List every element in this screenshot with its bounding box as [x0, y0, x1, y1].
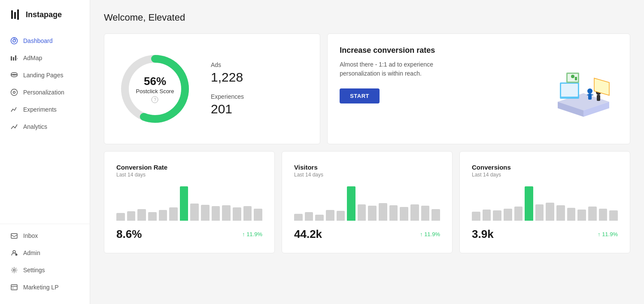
svg-rect-17 [11, 234, 17, 238]
bar [326, 210, 334, 221]
conversion-title: Increase conversion rates [340, 46, 515, 55]
ads-value: 1,228 [211, 70, 244, 85]
sidebar: Instapage Dashboard [0, 0, 90, 304]
bar [190, 204, 199, 221]
experiments-icon [10, 106, 18, 113]
analytics-icon [10, 123, 18, 131]
bar [305, 212, 313, 221]
sidebar-item-inbox[interactable]: Inbox [0, 228, 90, 244]
metric-card-conversions: Conversions Last 14 days 3.9k ↑ 11.9% [459, 151, 630, 253]
metric-card-visitors: Visitors Last 14 days 44.2k ↑ 11.9% [282, 151, 453, 253]
settings-icon [10, 266, 18, 274]
bar [212, 206, 220, 221]
postclick-score-card: 56% Postclick Score ? Ads 1,228 Experien… [104, 33, 320, 144]
sidebar-item-label: Landing Pages [23, 72, 63, 79]
sidebar-item-personalization[interactable]: Personalization [0, 84, 90, 100]
svg-rect-33 [587, 94, 589, 95]
bar [243, 206, 252, 221]
info-icon[interactable]: ? [152, 96, 158, 103]
bar [546, 203, 554, 221]
svg-rect-2 [17, 9, 19, 20]
sidebar-item-label: Experiments [23, 106, 57, 113]
metric-bars-1 [294, 186, 440, 221]
marketing-lp-icon [10, 283, 18, 291]
bar [116, 213, 125, 221]
conversion-rate-card: Increase conversion rates Almost there -… [327, 33, 630, 144]
svg-rect-23 [12, 287, 14, 289]
svg-rect-7 [11, 56, 12, 61]
metric-footer: 3.9k ↑ 11.9% [472, 228, 618, 241]
sidebar-item-label: Personalization [23, 89, 64, 96]
bar [337, 211, 345, 221]
sidebar-item-analytics[interactable]: Analytics [0, 119, 90, 135]
svg-rect-21 [11, 285, 17, 290]
sidebar-item-label: Dashboard [23, 37, 53, 44]
metric-value: 3.9k [472, 228, 494, 241]
dashboard-icon [10, 37, 18, 45]
metric-subtitle: Last 14 days [472, 172, 618, 178]
bar [577, 210, 586, 221]
top-grid: 56% Postclick Score ? Ads 1,228 Experien… [104, 33, 630, 144]
svg-rect-34 [591, 94, 593, 95]
svg-rect-36 [597, 95, 600, 101]
bar [201, 205, 210, 221]
bar [148, 212, 157, 221]
sidebar-item-experiments[interactable]: Experiments [0, 101, 90, 118]
bar [400, 207, 408, 221]
metric-card-conversion-rate: Conversion Rate Last 14 days 8.6% ↑ 11.9… [104, 151, 275, 253]
metric-change: ↑ 11.9% [242, 231, 262, 237]
svg-rect-10 [17, 58, 18, 59]
sidebar-bottom: Inbox Admin Settings [0, 224, 90, 304]
bar [410, 204, 419, 221]
bar [294, 214, 303, 221]
conversion-content: Increase conversion rates Almost there -… [340, 46, 515, 103]
bar [504, 209, 512, 221]
bar [169, 207, 178, 221]
logo-icon [10, 9, 22, 21]
svg-point-12 [11, 74, 17, 77]
bar [472, 212, 480, 221]
metric-subtitle: Last 14 days [116, 172, 262, 178]
metric-title: Visitors [294, 164, 440, 171]
donut-label: Postclick Score [136, 88, 174, 94]
admap-icon [10, 54, 18, 62]
svg-rect-9 [15, 55, 16, 61]
bar [368, 206, 377, 221]
start-button[interactable]: START [340, 88, 380, 103]
sidebar-item-label: Inbox [23, 232, 38, 239]
bar [483, 210, 491, 221]
metric-subtitle: Last 14 days [294, 172, 440, 178]
bar [431, 209, 440, 221]
svg-rect-8 [13, 57, 14, 61]
sidebar-item-label: Settings [23, 267, 45, 274]
sidebar-item-dashboard[interactable]: Dashboard [0, 33, 90, 49]
sidebar-item-label: Analytics [23, 123, 47, 130]
svg-point-20 [13, 269, 15, 271]
score-stats: Ads 1,228 Experiences 201 [211, 61, 244, 116]
bar [315, 215, 324, 221]
bar [379, 203, 387, 221]
bar [493, 210, 501, 221]
sidebar-item-admap[interactable]: AdMap [0, 50, 90, 66]
logo: Instapage [0, 0, 90, 29]
metric-title: Conversions [472, 164, 618, 171]
svg-rect-30 [561, 84, 578, 97]
experiences-label: Experiences [211, 93, 244, 100]
logo-text: Instapage [26, 10, 62, 19]
bar [609, 210, 618, 221]
conversion-desc: Almost there - 1:1 ad to experienceperso… [340, 60, 515, 78]
conversion-illustration [523, 46, 618, 132]
bar [556, 205, 565, 221]
sidebar-item-landing-pages[interactable]: Landing Pages [0, 67, 90, 83]
metric-bars-0 [116, 186, 262, 221]
sidebar-item-settings[interactable]: Settings [0, 262, 90, 278]
bar [127, 211, 136, 221]
sidebar-item-marketing-lp[interactable]: Marketing LP [0, 279, 90, 295]
sidebar-item-admin[interactable]: Admin [0, 245, 90, 261]
bottom-grid: Conversion Rate Last 14 days 8.6% ↑ 11.9… [104, 151, 630, 253]
svg-point-15 [11, 89, 18, 96]
bar [514, 207, 523, 221]
bar [567, 208, 576, 221]
bar [137, 209, 146, 221]
svg-rect-1 [14, 12, 16, 19]
